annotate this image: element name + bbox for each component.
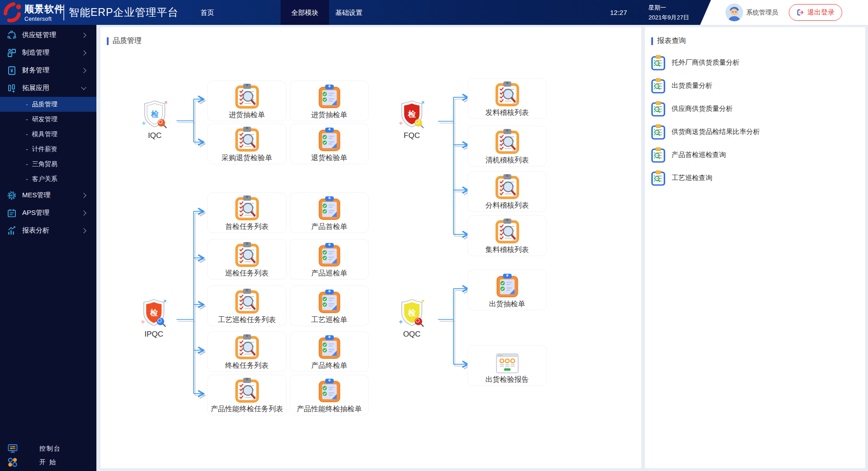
avatar[interactable] (725, 4, 743, 21)
subitem-bullet: - (26, 101, 28, 108)
flow-node-final-inspection-task-list[interactable]: 终检任务列表 (207, 331, 286, 372)
audit-clipboard-icon (235, 332, 259, 360)
flow-node-label: 产品性能终检任务列表 (211, 404, 283, 414)
flow-node-product-patrol-form[interactable]: 产品巡检单 (290, 239, 369, 280)
report-item-label: 供货商送货品检结果比率分析 (672, 128, 760, 136)
flow-node-label: 发料稽核列表 (486, 108, 529, 118)
flow-node-label: 采购退货检验单 (222, 153, 272, 163)
sidebar-subitem-crm[interactable]: - 客户关系 (0, 171, 96, 186)
flow-node-label: 巡检任务列表 (225, 269, 269, 278)
flow-node-return-inspection-form[interactable]: 退货检验单 (290, 124, 369, 164)
report-analysis-icon (6, 225, 17, 236)
sidebar-bottom: 控制台 开 始 (0, 442, 96, 469)
extensions-icon (6, 83, 17, 93)
svg-text:¥: ¥ (10, 68, 13, 73)
audit-clipboard-icon (235, 286, 259, 314)
sidebar-subitem-piecework[interactable]: - 计件薪资 (0, 142, 96, 157)
flow-node-material-collecting-audit-list[interactable]: 集料稽核列表 (467, 215, 547, 256)
flow-node-process-patrol-task-list[interactable]: 工艺巡检任务列表 (207, 285, 286, 326)
nav-home[interactable]: 首页 (195, 0, 220, 25)
start-label: 开 始 (39, 458, 57, 466)
report-list: 托外厂商供货质量分析 出货质量分析 供应商供货质量分析 供货商送货品检结果比率分… (645, 46, 865, 190)
audit-clipboard-icon (495, 79, 520, 107)
shield-char: 检 (397, 109, 426, 119)
report-item-label: 供应商供货质量分析 (672, 105, 733, 113)
report-item-supplier-quality[interactable]: 供应商供货质量分析 (645, 97, 865, 120)
report-item-label: 出货质量分析 (672, 81, 712, 90)
sidebar-item-finance[interactable]: ¥ 财务管理 (0, 62, 96, 79)
report-item-first-patrol-inspection-query[interactable]: 产品首检巡检查询 (645, 143, 865, 167)
start-button[interactable]: 开 始 (0, 456, 96, 469)
report-query-icon (651, 124, 665, 140)
nav-all-modules[interactable]: 全部模块 (281, 0, 329, 25)
report-window-icon (496, 346, 519, 374)
report-item-process-patrol-query[interactable]: 工艺巡检查询 (645, 167, 865, 190)
sidebar-item-manufacturing[interactable]: 制造管理 (0, 44, 96, 62)
reports-title: 报表查询 (657, 36, 686, 46)
flow-node-machine-clearing-audit-list[interactable]: 清机稽核列表 (467, 126, 547, 167)
report-item-label: 工艺巡检查询 (672, 174, 712, 182)
flow-node-shipment-inspection-report[interactable]: 出货检验报告 (467, 345, 547, 386)
shield-iqc: 检 IQC (140, 99, 169, 140)
sidebar-subitem-quality[interactable]: - 品质管理 (0, 97, 96, 112)
form-clipboard-icon (318, 332, 341, 360)
nav-basic-settings[interactable]: 基础设置 (335, 0, 363, 25)
logout-button[interactable]: 退出登录 (789, 4, 842, 21)
form-clipboard-icon (318, 286, 341, 314)
report-item-outsourced-supplier-quality[interactable]: 托外厂商供货质量分析 (645, 51, 865, 74)
flow-node-incoming-sampling-task[interactable]: 进货抽检单 (207, 81, 286, 121)
flow-node-material-sorting-audit-list[interactable]: 分料稽核列表 (467, 171, 547, 212)
form-clipboard-icon (318, 375, 341, 403)
report-query-icon (651, 147, 665, 163)
console-button[interactable]: 控制台 (0, 442, 96, 456)
form-clipboard-icon (496, 270, 519, 298)
sidebar-subitem-label: 研发管理 (32, 115, 57, 124)
flow-node-patrol-inspection-task-list[interactable]: 巡检任务列表 (207, 239, 286, 280)
logout-icon (796, 9, 804, 16)
sidebar-item-label: 财务管理 (22, 66, 49, 75)
header-user-area: 系统管理员 退出登录 (700, 0, 868, 25)
mes-icon: MES (6, 190, 17, 200)
sidebar-item-supply-chain[interactable]: 供应链管理 (0, 26, 96, 44)
quality-flowchart: 检 IQC 检 FQC (100, 27, 641, 468)
audit-clipboard-icon (235, 239, 259, 267)
console-icon (7, 443, 19, 455)
report-item-delivery-inspection-ratio[interactable]: 供货商送货品检结果比率分析 (645, 120, 865, 143)
flow-node-material-issue-audit-list[interactable]: 发料稽核列表 (467, 78, 547, 119)
flow-node-performance-final-sampling-form[interactable]: 产品性能终检抽检单 (290, 375, 369, 415)
shield-oqc: 检 OQC (397, 297, 426, 339)
flow-node-label: 出货抽检单 (489, 300, 525, 309)
flow-node-performance-final-task-list[interactable]: 产品性能终检任务列表 (207, 375, 286, 415)
report-item-shipment-quality[interactable]: 出货质量分析 (645, 74, 865, 97)
sidebar-item-extensions[interactable]: 拓展应用 (0, 79, 96, 97)
brand-logo[interactable]: 顺景软件 Centersoft (3, 2, 64, 23)
sidebar-item-label: 供应链管理 (22, 31, 56, 39)
form-clipboard-icon (318, 239, 341, 267)
flow-node-shipment-sampling-form[interactable]: 出货抽检单 (467, 270, 547, 310)
flow-node-incoming-sampling-form[interactable]: 进货抽检单 (290, 81, 369, 121)
sidebar-subitem-label: 三角贸易 (32, 160, 57, 168)
audit-clipboard-icon (235, 375, 259, 403)
flow-node-product-final-form[interactable]: 产品终检单 (290, 331, 369, 372)
svg-text:MES: MES (9, 194, 14, 197)
sidebar-menu: 供应链管理 制造管理 ¥ 财务管理 (0, 25, 96, 239)
flow-node-label: 产品性能终检抽检单 (297, 404, 362, 414)
flow-node-process-patrol-form[interactable]: 工艺巡检单 (290, 285, 369, 326)
report-item-label: 托外厂商供货质量分析 (672, 58, 739, 67)
sidebar-item-aps[interactable]: APS管理 (0, 204, 96, 222)
brand-subtitle: Centersoft (24, 16, 64, 22)
brand-name: 顺景软件 (24, 3, 64, 15)
sidebar-subitem-rnd[interactable]: - 研发管理 (0, 112, 96, 127)
chevron-right-icon (81, 68, 86, 73)
clock: 12:27 (610, 0, 627, 25)
flow-node-first-inspection-task-list[interactable]: 首检任务列表 (207, 192, 286, 233)
sidebar-item-report-analysis[interactable]: 报表分析 (0, 222, 96, 239)
flow-node-product-first-inspection-form[interactable]: 产品首检单 (290, 192, 369, 233)
sidebar-subitem-mold[interactable]: - 模具管理 (0, 127, 96, 142)
flow-node-label: 工艺巡检单 (311, 315, 348, 325)
username: 系统管理员 (746, 0, 778, 25)
flow-node-label: 清机稽核列表 (486, 156, 529, 165)
flow-node-purchase-return-inspection-task[interactable]: 采购退货检验单 (207, 124, 286, 164)
sidebar-item-mes[interactable]: MES MES管理 (0, 186, 96, 204)
sidebar-subitem-triangle-trade[interactable]: - 三角贸易 (0, 157, 96, 171)
